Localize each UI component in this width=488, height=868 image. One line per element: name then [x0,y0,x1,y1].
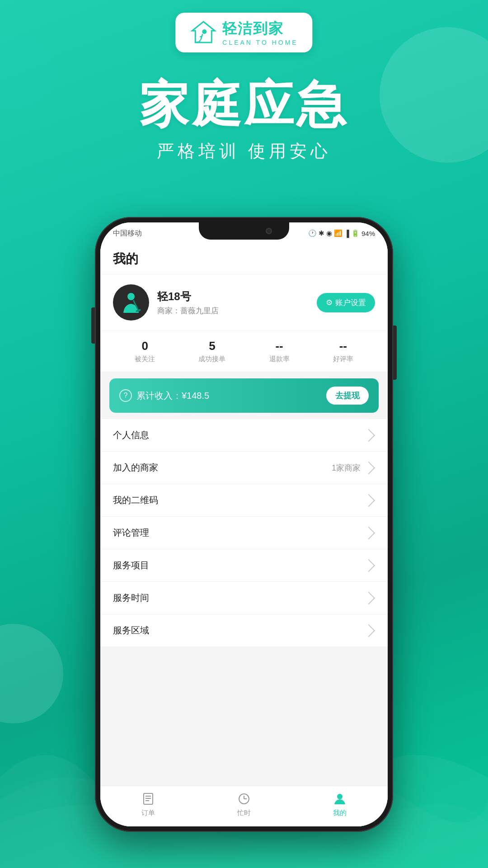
stat-refund-value: -- [269,339,290,353]
menu-item-time-right [364,594,375,603]
chevron-icon [362,624,375,637]
app-content: 我的 [100,242,388,826]
battery-pct: 94% [361,230,375,237]
menu-item-qrcode-right [364,496,375,505]
help-icon: ? [119,389,132,402]
wifi-icon: 📶 [334,229,343,237]
logo-cn: 轻洁到家 [222,19,298,39]
user-icon [332,791,348,807]
stat-rating-label: 好评率 [333,355,353,363]
account-settings-button[interactable]: ⚙ 账户设置 [317,293,375,312]
carrier-label: 中国移动 [113,229,142,238]
svg-point-17 [337,794,343,799]
menu-item-personal[interactable]: 个人信息 [100,419,388,452]
menu-item-merchant[interactable]: 加入的商家 1家商家 [100,452,388,484]
menu-item-personal-right [364,431,375,440]
account-btn-label: 账户设置 [335,297,366,308]
profile-left: 轻18号 商家：蔷薇九里店 [113,284,219,321]
merchant-count: 1家商家 [332,462,361,473]
earnings-banner[interactable]: ? 累计收入：¥148.5 去提现 [109,378,379,413]
menu-list: 个人信息 加入的商家 1家商家 我的二维码 [100,419,388,646]
tab-order[interactable]: 订单 [140,791,156,817]
logo-text-block: 轻洁到家 CLEAN TO HOME [222,19,298,46]
menu-item-review-label: 评论管理 [113,527,149,539]
stat-rating-value: -- [333,339,353,353]
stat-followers-value: 0 [135,339,155,353]
stat-orders-value: 5 [198,339,225,353]
menu-item-qrcode[interactable]: 我的二维码 [100,484,388,517]
notch-camera [266,228,272,234]
svg-point-7 [127,293,135,300]
menu-item-time[interactable]: 服务时间 [100,582,388,614]
stats-section: 0 被关注 5 成功接单 -- 退款率 -- 好评率 [100,331,388,372]
profile-shop: 商家：蔷薇九里店 [157,306,219,316]
withdraw-button[interactable]: 去提现 [326,387,369,405]
stat-orders-label: 成功接单 [198,355,225,363]
phone-notch [199,222,289,240]
phone-screen: 中国移动 15:18 🕐 ✱ ◉ 📶 ▐ 🔋 94% 我的 [100,222,388,826]
alarm-icon: 🕐 [308,229,317,237]
status-icons: 🕐 ✱ ◉ 📶 ▐ 🔋 94% [308,229,375,237]
tab-busy[interactable]: 忙时 [236,791,252,817]
tab-mine-label: 我的 [333,809,347,817]
stat-followers: 0 被关注 [135,339,155,363]
tab-bar: 订单 忙时 [100,786,388,826]
signal-icon: ▐ [344,230,349,237]
tab-mine[interactable]: 我的 [332,791,348,817]
phone-shell: 中国移动 15:18 🕐 ✱ ◉ 📶 ▐ 🔋 94% 我的 [95,217,393,832]
chevron-icon [362,526,375,539]
stat-orders: 5 成功接单 [198,339,225,363]
menu-item-area-right [364,626,375,635]
menu-item-service[interactable]: 服务项目 [100,549,388,582]
svg-point-1 [202,29,206,34]
menu-item-merchant-right: 1家商家 [332,462,375,473]
tab-order-label: 订单 [141,809,155,817]
earnings-text: 累计收入：¥148.5 [136,390,209,402]
tab-busy-label: 忙时 [237,809,251,817]
menu-item-personal-label: 个人信息 [113,429,149,441]
nfc-icon: ◉ [326,229,332,237]
hero-section: 家庭应急 严格培训 使用安心 [0,77,488,163]
menu-item-area[interactable]: 服务区域 [100,614,388,646]
hero-main-text: 家庭应急 [0,77,488,132]
menu-item-service-right [364,561,375,570]
chevron-icon [362,494,375,506]
profile-name: 轻18号 [157,289,219,304]
profile-section: 轻18号 商家：蔷薇九里店 ⚙ 账户设置 [100,274,388,330]
battery-icon: 🔋 [351,229,360,237]
menu-item-qrcode-label: 我的二维码 [113,494,158,506]
svg-point-5 [196,41,201,43]
chevron-icon [362,559,375,571]
stat-refund-label: 退款率 [269,355,290,363]
deco-circle-2 [0,624,63,723]
menu-item-merchant-label: 加入的商家 [113,462,158,474]
menu-item-review-right [364,528,375,538]
phone-mockup: 中国移动 15:18 🕐 ✱ ◉ 📶 ▐ 🔋 94% 我的 [95,217,393,832]
chevron-icon [362,591,375,604]
chevron-icon [362,429,375,441]
order-icon [140,791,156,807]
svg-rect-6 [115,287,147,318]
logo-en: CLEAN TO HOME [222,39,298,46]
earnings-left: ? 累计收入：¥148.5 [119,389,209,402]
menu-item-time-label: 服务时间 [113,592,149,604]
bluetooth-icon: ✱ [319,229,324,237]
menu-item-service-label: 服务项目 [113,559,149,571]
profile-info: 轻18号 商家：蔷薇九里店 [157,289,219,316]
stat-rating: -- 好评率 [333,339,353,363]
stat-refund: -- 退款率 [269,339,290,363]
chevron-icon [362,461,375,474]
page-title: 我的 [113,252,138,266]
gear-icon: ⚙ [326,298,333,307]
page-header: 我的 [100,242,388,274]
logo-bar: 轻洁到家 CLEAN TO HOME [175,13,312,52]
menu-item-review[interactable]: 评论管理 [100,517,388,549]
clock-icon [236,791,252,807]
hero-sub-text: 严格培训 使用安心 [0,140,488,163]
stat-followers-label: 被关注 [135,355,155,363]
avatar [113,284,149,321]
menu-item-area-label: 服务区域 [113,624,149,637]
logo-icon [190,19,217,46]
